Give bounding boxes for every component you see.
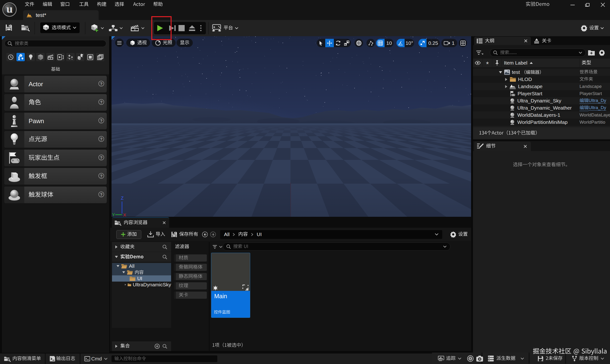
svg-text:Z: Z (121, 195, 124, 201)
svg-text:Y: Y (112, 212, 115, 217)
svg-text:X: X (123, 212, 126, 217)
